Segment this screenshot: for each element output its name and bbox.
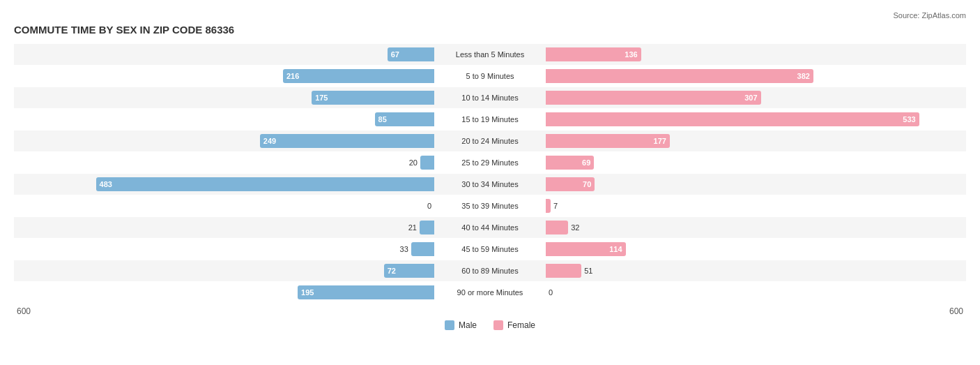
male-bar-container: 67 — [14, 44, 434, 65]
row-label: 40 to 44 Minutes — [434, 223, 546, 232]
legend-male-label: Male — [459, 320, 477, 330]
female-bar: 533 — [546, 112, 919, 126]
female-value: 51 — [584, 267, 592, 275]
male-bar-container: 483 — [14, 174, 434, 195]
male-bar: 85 — [375, 112, 434, 126]
male-bar: 175 — [312, 91, 434, 105]
female-bar-container: 51 — [546, 260, 966, 281]
male-bar-container: 33 — [14, 239, 434, 260]
female-bar: 114 — [546, 242, 626, 256]
legend-female-label: Female — [507, 320, 535, 330]
legend-male: Male — [445, 320, 477, 330]
female-value-inside: 114 — [609, 245, 622, 253]
female-value-inside: 136 — [625, 50, 637, 59]
male-value: 21 — [408, 223, 417, 232]
male-value-inside: 216 — [286, 72, 299, 80]
male-bar-container: 72 — [14, 260, 434, 281]
male-bar-container: 249 — [14, 131, 434, 151]
male-bar-container: 0 — [14, 195, 434, 216]
female-bar-container: 382 — [546, 66, 966, 87]
female-bar-container: 307 — [546, 87, 966, 108]
male-bar: 216 — [283, 69, 434, 83]
chart-row: 67 Less than 5 Minutes 136 — [14, 44, 966, 65]
row-label: 15 to 19 Minutes — [434, 115, 546, 124]
male-bar — [411, 242, 434, 256]
male-bar: 249 — [260, 134, 434, 148]
female-bar-container: 136 — [546, 44, 966, 65]
row-label: Less than 5 Minutes — [434, 50, 546, 59]
male-value-zero: 0 — [427, 202, 431, 210]
female-value-inside: 307 — [744, 94, 757, 102]
chart-row: 483 30 to 34 Minutes 70 — [14, 174, 966, 195]
chart-row: 249 20 to 24 Minutes 177 — [14, 131, 966, 151]
female-value-inside: 533 — [903, 115, 915, 124]
male-value-inside: 195 — [301, 288, 314, 297]
female-bar-container: 114 — [546, 239, 966, 260]
row-label: 25 to 29 Minutes — [434, 158, 546, 167]
female-bar — [546, 199, 551, 213]
axis-right-label: 600 — [546, 306, 966, 316]
male-value-inside: 67 — [391, 50, 399, 59]
chart-row: 195 90 or more Minutes 0 — [14, 282, 966, 303]
female-value-inside: 69 — [582, 158, 590, 167]
row-label: 20 to 24 Minutes — [434, 137, 546, 145]
female-bar-container: 533 — [546, 109, 966, 130]
male-bar-container: 20 — [14, 152, 434, 173]
male-bar-container: 21 — [14, 217, 434, 238]
row-label: 90 or more Minutes — [434, 288, 546, 297]
female-bar: 177 — [546, 134, 670, 148]
row-label: 30 to 34 Minutes — [434, 180, 546, 188]
chart-row: 0 35 to 39 Minutes 7 — [14, 195, 966, 216]
female-value-inside: 177 — [654, 137, 666, 145]
row-label: 60 to 89 Minutes — [434, 267, 546, 275]
male-bar: 195 — [298, 285, 434, 299]
male-bar: 72 — [384, 264, 434, 278]
male-bar-container: 85 — [14, 109, 434, 130]
chart-row: 33 45 to 59 Minutes 114 — [14, 239, 966, 260]
female-bar: 70 — [546, 177, 595, 191]
female-bar: 382 — [546, 69, 813, 83]
male-bar-container: 175 — [14, 87, 434, 108]
chart-row: 72 60 to 89 Minutes 51 — [14, 260, 966, 281]
female-bar: 307 — [546, 91, 761, 105]
chart-row: 85 15 to 19 Minutes 533 — [14, 109, 966, 130]
male-value-inside: 175 — [315, 94, 328, 102]
chart-row: 20 25 to 29 Minutes 69 — [14, 152, 966, 173]
female-bar-container: 177 — [546, 131, 966, 151]
row-label: 45 to 59 Minutes — [434, 245, 546, 253]
male-bar-container: 216 — [14, 66, 434, 87]
chart-title: COMMUTE TIME BY SEX IN ZIP CODE 86336 — [14, 24, 966, 36]
axis-left-label: 600 — [14, 306, 434, 316]
male-bar — [420, 221, 434, 234]
row-label: 35 to 39 Minutes — [434, 202, 546, 210]
chart-row: 175 10 to 14 Minutes 307 — [14, 87, 966, 108]
female-bar-container: 32 — [546, 217, 966, 238]
row-label: 5 to 9 Minutes — [434, 72, 546, 80]
female-bar: 136 — [546, 47, 641, 61]
chart-row: 216 5 to 9 Minutes 382 — [14, 66, 966, 87]
female-value-inside: 382 — [797, 72, 810, 80]
male-bar — [420, 156, 434, 170]
female-bar — [546, 221, 568, 234]
female-bar-container: 69 — [546, 152, 966, 173]
female-value-zero: 0 — [549, 288, 553, 297]
chart-row: 21 40 to 44 Minutes 32 — [14, 217, 966, 238]
chart-area: 67 Less than 5 Minutes 136 216 5 to 9 Mi… — [14, 44, 966, 330]
male-value-inside: 85 — [378, 115, 387, 124]
female-bar-container: 0 — [546, 282, 966, 303]
male-value: 20 — [409, 158, 418, 167]
male-bar-container: 195 — [14, 282, 434, 303]
female-value: 7 — [553, 202, 558, 210]
male-bar: 67 — [388, 47, 434, 61]
female-value: 32 — [571, 223, 579, 232]
source-attribution: Source: ZipAtlas.com — [14, 11, 966, 20]
male-value-inside: 483 — [100, 180, 112, 188]
legend-female: Female — [493, 320, 535, 330]
female-bar — [546, 264, 581, 278]
male-bar: 483 — [96, 177, 434, 191]
female-bar: 69 — [546, 156, 594, 170]
female-bar-container: 7 — [546, 195, 966, 216]
chart-wrapper: 67 Less than 5 Minutes 136 216 5 to 9 Mi… — [14, 44, 966, 304]
male-value: 33 — [400, 245, 408, 253]
male-value-inside: 72 — [388, 267, 396, 275]
